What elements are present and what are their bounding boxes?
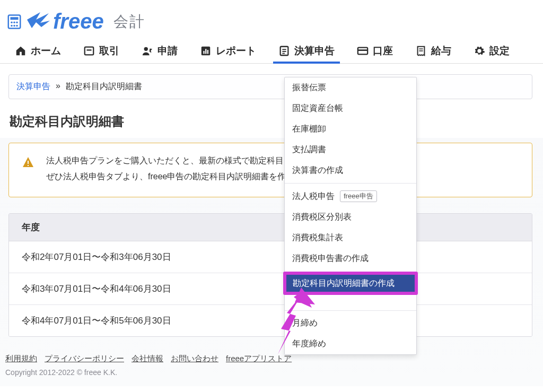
svg-rect-20 [358,49,367,51]
dropdown-item[interactable]: 法人税申告freee申告 [285,186,416,207]
table-header: 年度 [9,214,532,241]
dropdown-item[interactable]: 固定資産台帳 [285,98,416,119]
chart-icon [200,45,212,57]
dropdown-item-label: 振替伝票 [292,82,326,93]
nav-label: 決算申告 [294,44,335,58]
nav-chart[interactable]: レポート [199,38,257,63]
nav-label: ホーム [31,44,61,58]
kessan-dropdown: 振替伝票固定資産台帳在庫棚卸支払調書決算書の作成法人税申告freee申告消費税区… [284,77,417,355]
svg-rect-22 [419,50,423,51]
footer-link[interactable]: freeeアプリストア [226,354,292,364]
doc-icon [278,45,290,57]
svg-point-4 [16,21,18,23]
svg-rect-12 [203,51,204,54]
dropdown-item-label: 消費税集計表 [292,232,343,243]
main-nav: ホーム取引申請レポート決算申告口座給与設定 [0,38,543,64]
nav-doc[interactable]: 決算申告 [277,38,336,63]
bird-icon [25,10,52,33]
footer-link[interactable]: 会社情報 [132,354,163,364]
dropdown-item-label: 法人税申告 [292,191,335,202]
svg-point-3 [13,21,15,23]
brand-name: freee [53,10,104,33]
svg-point-2 [11,21,13,23]
fiscal-year-table: 年度 令和2年07月01日〜令和3年06月30日令和3年07月01日〜令和4年0… [8,213,532,337]
dropdown-item[interactable]: 消費税申告書の作成 [285,248,416,269]
svg-rect-17 [282,51,286,52]
dropdown-item-label: 固定資産台帳 [292,103,343,114]
nav-card[interactable]: 口座 [356,38,394,63]
nav-gear[interactable]: 設定 [472,38,511,63]
dropdown-item-label: 在庫棚卸 [292,124,326,135]
person-icon [142,45,153,57]
footer: 利用規約プライバシーポリシー会社情報お問い合わせfreeeアプリストア Copy… [0,347,543,386]
svg-rect-16 [282,49,286,50]
brand-lockup[interactable]: freee 会計 [6,10,145,33]
product-name: 会計 [113,12,145,32]
warning-icon [22,156,36,185]
svg-point-6 [13,24,15,27]
dropdown-item[interactable]: 消費税区分別表 [285,207,416,228]
svg-point-7 [16,24,18,27]
nav-label: 口座 [373,44,393,58]
footer-links: 利用規約プライバシーポリシー会社情報お問い合わせfreeeアプリストア [5,354,538,364]
svg-rect-14 [207,50,208,54]
square-icon [83,45,95,57]
calculator-icon [6,13,22,30]
footer-link[interactable]: 利用規約 [5,354,37,364]
footer-link[interactable]: お問い合わせ [171,354,218,364]
gear-icon [474,45,485,57]
svg-rect-23 [28,161,29,164]
receipt-icon [415,45,427,57]
dropdown-item-label: 決算書の作成 [292,165,343,176]
dropdown-item-label: 月締め [292,318,318,329]
svg-rect-9 [86,49,91,50]
dropdown-item[interactable]: 月締め [285,313,416,334]
footer-link[interactable]: プライバシーポリシー [45,354,124,364]
nav-home[interactable]: ホーム [14,38,62,63]
breadcrumb-root[interactable]: 決算申告 [16,81,50,92]
dropdown-item[interactable]: 決算書の作成 [285,160,416,181]
svg-rect-13 [205,49,206,54]
dropdown-item-label: 支払調書 [292,144,326,155]
nav-label: 取引 [99,44,119,58]
dropdown-item[interactable]: 連携用データの作成 [285,269,416,290]
home-icon [15,45,27,57]
svg-point-10 [144,47,148,51]
svg-rect-24 [28,165,29,166]
table-row[interactable]: 令和3年07月01日〜令和4年06月30日 [9,273,532,305]
breadcrumb-sep: » [56,81,60,92]
plan-alert: 法人税申告プランをご購入いただくと、最新の様式で勘定科目内訳明細書を作成できます… [8,143,532,197]
breadcrumb: 決算申告 » 勘定科目内訳明細書 [8,74,532,99]
dropdown-item[interactable]: 年度締め [285,334,416,354]
nav-receipt[interactable]: 給与 [414,38,452,63]
copyright: Copyright 2012-2022 © freee K.K. [5,368,538,377]
dropdown-item[interactable]: 振替伝票 [285,77,416,98]
nav-label: 申請 [157,44,178,58]
nav-person[interactable]: 申請 [141,38,179,63]
svg-rect-18 [282,53,285,54]
svg-rect-8 [85,47,94,55]
nav-label: 給与 [431,44,451,58]
nav-label: レポート [216,44,256,58]
table-row[interactable]: 令和4年07月01日〜令和5年06月30日 [9,305,532,336]
dropdown-item-label: 消費税申告書の作成 [292,253,369,264]
dropdown-item[interactable]: 消費税集計表 [285,228,416,248]
svg-point-5 [11,24,13,27]
svg-rect-21 [419,48,423,49]
nav-label: 設定 [489,44,510,58]
svg-rect-1 [11,17,19,20]
breadcrumb-current: 勘定科目内訳明細書 [66,81,142,92]
dropdown-item[interactable]: 在庫棚卸 [285,119,416,140]
card-icon [357,45,369,57]
dropdown-tag: freee申告 [340,190,377,202]
page-title: 勘定科目内訳明細書 [10,113,532,130]
nav-square[interactable]: 取引 [82,38,120,63]
dropdown-item-label: 年度締め [292,338,326,350]
header-bar: freee 会計 [0,0,543,38]
dropdown-item-label: 消費税区分別表 [292,212,352,223]
dropdown-item[interactable]: 支払調書 [285,140,416,160]
table-row[interactable]: 令和2年07月01日〜令和3年06月30日 [9,241,532,273]
dropdown-item-label: 連携用データの作成 [292,274,369,285]
